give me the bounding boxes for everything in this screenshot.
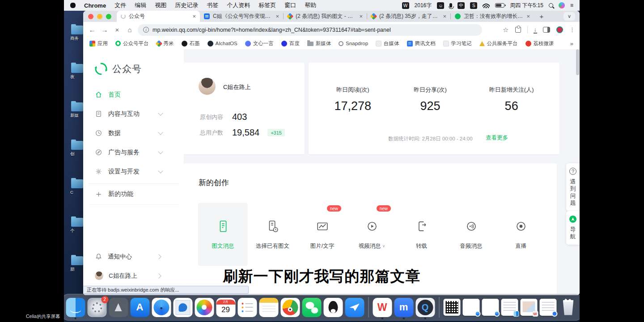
page-scrollbar[interactable] [576,49,579,75]
tab-xiumi-article[interactable]: (2 条消息) 35岁，走了10年弯 × [367,11,450,22]
stop-button[interactable]: × [113,26,122,34]
bookmark-star-icon[interactable]: ☆ [503,26,508,34]
dock-minimized-finder-window[interactable] [501,299,518,316]
chevron-down-icon[interactable]: ∨ [382,244,386,248]
menu-item-profile[interactable]: 个人资料 [227,1,250,9]
bookmarks-overflow-icon[interactable]: » [570,40,573,47]
dock-calendar-icon[interactable]: 2月 29 [216,298,235,317]
creation-item-video[interactable]: new 视频消息∨ [347,203,397,266]
bookmark-aichatos[interactable]: AIchatOS [208,41,237,47]
menu-item-view[interactable]: 视图 [155,1,166,9]
dock-safari-icon[interactable] [152,298,171,317]
creation-item-article[interactable]: 图文消息 [198,203,248,266]
sidebar-item-content[interactable]: 内容与互动 [83,104,184,123]
dock-qq-icon[interactable] [323,298,343,317]
dock-minimized-safari-window[interactable] [482,299,499,316]
back-button[interactable]: ← [88,26,97,34]
sidebar-item-home[interactable]: 首页 [83,85,184,104]
account-avatar-photo[interactable] [199,78,216,95]
dock-finder-icon[interactable] [66,298,85,317]
dock-wechat-icon[interactable] [302,298,321,317]
dock-launchpad-icon[interactable] [109,298,128,317]
site-info-icon[interactable]: i [143,27,149,33]
dock-system-settings-icon[interactable]: 2 [87,298,106,317]
new-tab-button[interactable]: + [537,12,547,21]
address-bar[interactable]: i mp.weixin.qq.com/cgi-bin/home?t=home/i… [138,24,482,36]
menu-app-name[interactable]: Chrome [84,2,106,9]
navigation-floating-button[interactable]: 导航 [566,211,580,245]
creation-item-image-text[interactable]: new 图片/文字 [297,203,347,266]
bookmark-apps[interactable]: 应用 [89,40,108,47]
profile-avatar[interactable] [556,26,563,33]
dock-wps-icon[interactable]: W [373,298,392,317]
bookmark-xiumi[interactable]: 秀米 [157,40,174,47]
apple-menu-icon[interactable] [70,3,76,8]
creation-item-audio[interactable]: 音频消息 [446,203,496,266]
chrome-menu-icon[interactable]: ⋮ [569,26,575,33]
dock-mail-icon[interactable] [173,298,192,317]
dock-quicktime-icon[interactable]: Q [415,298,435,317]
total-users-value[interactable]: 19,584 [232,127,259,138]
dock-notes-icon[interactable] [259,298,278,317]
bookmark-wenxin[interactable]: 文心一言 [245,40,274,47]
side-panel-icon[interactable] [543,27,550,33]
menu-item-edit[interactable]: 编辑 [135,1,146,9]
dock-trash-icon[interactable] [559,298,578,317]
wps-menu-icon[interactable]: W [402,2,409,9]
bookmark-public-service[interactable]: 公共服务平台 [479,40,518,47]
window-minimize-button[interactable] [97,14,102,19]
dock-reminders-icon[interactable] [237,298,257,317]
input-method-cn-icon[interactable]: 中 [458,2,465,9]
help-floating-button[interactable]: ? 遇到问题 [566,163,580,211]
tab-gongzhonghao[interactable]: 公众号 × [117,11,200,22]
smiley-input-icon[interactable]: ☺ [437,2,444,9]
bookmark-shimo[interactable]: 石墨 [182,40,200,47]
bookmark-zimeiti[interactable]: 自媒体 [376,40,399,47]
tab-wechat-article[interactable]: 卫哲：没有效率的增长，是在 × [451,11,534,22]
tab-close-icon[interactable]: × [359,13,363,19]
dock-dingtalk-icon[interactable] [345,298,364,317]
bookmark-tencent-docs[interactable]: 腾讯文档 [407,40,436,47]
tab-xiumi-articles[interactable]: (2 条消息) 我的图文 - 秀米XIU × [284,11,367,22]
creation-item-repost[interactable]: 转载 [397,203,446,266]
bookmark-baidu[interactable]: 百度 [281,40,300,47]
downloads-icon[interactable]: ↓ [534,26,537,34]
wifi-icon[interactable] [483,3,490,8]
creation-item-existing-article[interactable]: 选择已有图文 [248,203,297,266]
tab-search-chevron-button[interactable]: ∨ [564,12,575,21]
menu-item-tabs[interactable]: 标签页 [258,1,276,9]
dock-photos-icon[interactable] [195,298,214,317]
menu-item-help[interactable]: 帮助 [305,1,316,9]
menu-item-history[interactable]: 历史记录 [175,1,198,9]
dock-minimized-qr-window[interactable] [443,299,460,316]
bookmark-gongzhonghao[interactable]: 公众号平台 [115,40,149,47]
bookmark-lizhi[interactable]: 荔枝微课 [525,40,554,47]
dock-mubu-icon[interactable]: m [394,298,413,317]
window-zoom-button[interactable] [106,14,111,19]
dock-minimized-wps-window[interactable]: W [520,299,537,316]
dock-chrome-icon[interactable] [280,298,300,317]
window-close-button[interactable] [88,14,93,19]
dock-app-store-icon[interactable]: A [130,298,149,317]
home-button[interactable]: ⌂ [125,26,134,34]
original-content-value[interactable]: 403 [232,112,247,122]
siri-icon[interactable] [559,2,565,8]
view-more-link[interactable]: 查看更多 [486,134,508,142]
bookmark-newmedia-folder[interactable]: 新媒体 [307,40,331,47]
menu-item-file[interactable]: 文件 [114,1,126,9]
tab-close-icon[interactable]: × [526,13,530,19]
url-text[interactable]: mp.weixin.qq.com/cgi-bin/home?t=home/ind… [153,27,391,33]
tab-close-icon[interactable]: × [192,13,196,19]
control-center-icon[interactable]: ≡ [570,2,573,8]
dock-minimized-mubu-window[interactable] [539,299,556,316]
sidebar-item-ads-services[interactable]: 广告与服务 [83,143,184,162]
bookmark-study-notes[interactable]: 学习笔记 [443,40,472,47]
creation-item-live[interactable]: 直播 [496,203,546,266]
bookmark-snapdrop[interactable]: Snapdrop [339,41,368,46]
extensions-icon[interactable] [515,27,521,33]
sidebar-item-data[interactable]: 数据 [83,123,184,143]
menu-bar-clock[interactable]: 周四 下午5:15 [510,2,543,9]
dock-minimized-safari-window[interactable] [462,299,479,316]
sidebar-item-new-features[interactable]: 新的功能 [89,183,178,205]
battery-icon[interactable] [495,3,504,8]
